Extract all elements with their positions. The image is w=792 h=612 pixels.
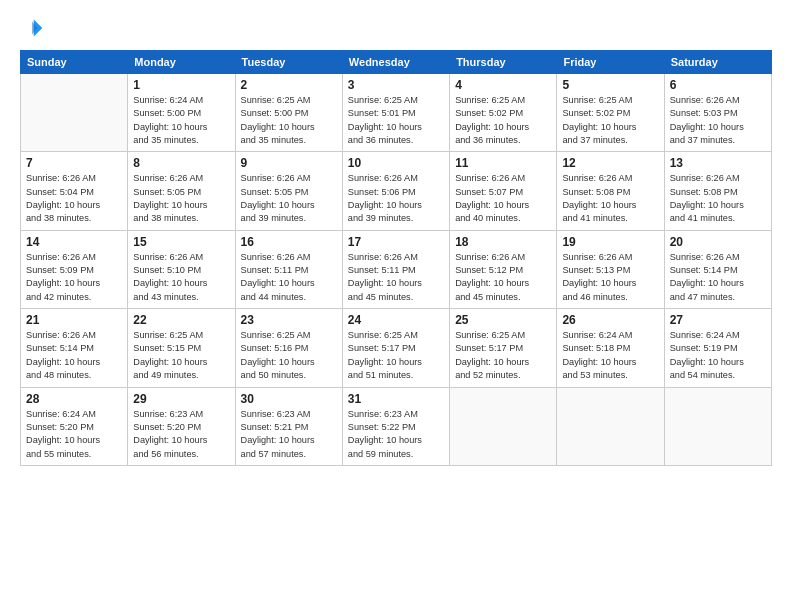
- day-info: Sunrise: 6:23 AM Sunset: 5:22 PM Dayligh…: [348, 408, 444, 461]
- day-cell: 6Sunrise: 6:26 AM Sunset: 5:03 PM Daylig…: [664, 74, 771, 152]
- page: SundayMondayTuesdayWednesdayThursdayFrid…: [0, 0, 792, 612]
- day-cell: [450, 387, 557, 465]
- day-cell: 13Sunrise: 6:26 AM Sunset: 5:08 PM Dayli…: [664, 152, 771, 230]
- day-number: 30: [241, 392, 337, 406]
- day-cell: 7Sunrise: 6:26 AM Sunset: 5:04 PM Daylig…: [21, 152, 128, 230]
- day-cell: 23Sunrise: 6:25 AM Sunset: 5:16 PM Dayli…: [235, 309, 342, 387]
- day-cell: 29Sunrise: 6:23 AM Sunset: 5:20 PM Dayli…: [128, 387, 235, 465]
- day-info: Sunrise: 6:26 AM Sunset: 5:11 PM Dayligh…: [241, 251, 337, 304]
- day-number: 12: [562, 156, 658, 170]
- day-number: 6: [670, 78, 766, 92]
- day-info: Sunrise: 6:25 AM Sunset: 5:00 PM Dayligh…: [241, 94, 337, 147]
- day-cell: 4Sunrise: 6:25 AM Sunset: 5:02 PM Daylig…: [450, 74, 557, 152]
- day-cell: 31Sunrise: 6:23 AM Sunset: 5:22 PM Dayli…: [342, 387, 449, 465]
- day-cell: 30Sunrise: 6:23 AM Sunset: 5:21 PM Dayli…: [235, 387, 342, 465]
- day-info: Sunrise: 6:26 AM Sunset: 5:03 PM Dayligh…: [670, 94, 766, 147]
- day-info: Sunrise: 6:25 AM Sunset: 5:15 PM Dayligh…: [133, 329, 229, 382]
- header-cell-tuesday: Tuesday: [235, 51, 342, 74]
- day-cell: 2Sunrise: 6:25 AM Sunset: 5:00 PM Daylig…: [235, 74, 342, 152]
- day-cell: 22Sunrise: 6:25 AM Sunset: 5:15 PM Dayli…: [128, 309, 235, 387]
- day-number: 1: [133, 78, 229, 92]
- day-cell: 12Sunrise: 6:26 AM Sunset: 5:08 PM Dayli…: [557, 152, 664, 230]
- day-cell: 5Sunrise: 6:25 AM Sunset: 5:02 PM Daylig…: [557, 74, 664, 152]
- header-cell-wednesday: Wednesday: [342, 51, 449, 74]
- day-info: Sunrise: 6:26 AM Sunset: 5:14 PM Dayligh…: [670, 251, 766, 304]
- day-number: 7: [26, 156, 122, 170]
- day-info: Sunrise: 6:26 AM Sunset: 5:05 PM Dayligh…: [133, 172, 229, 225]
- day-cell: 26Sunrise: 6:24 AM Sunset: 5:18 PM Dayli…: [557, 309, 664, 387]
- day-number: 9: [241, 156, 337, 170]
- day-number: 29: [133, 392, 229, 406]
- day-cell: 14Sunrise: 6:26 AM Sunset: 5:09 PM Dayli…: [21, 230, 128, 308]
- day-cell: 17Sunrise: 6:26 AM Sunset: 5:11 PM Dayli…: [342, 230, 449, 308]
- day-number: 17: [348, 235, 444, 249]
- day-cell: 20Sunrise: 6:26 AM Sunset: 5:14 PM Dayli…: [664, 230, 771, 308]
- day-cell: 28Sunrise: 6:24 AM Sunset: 5:20 PM Dayli…: [21, 387, 128, 465]
- day-info: Sunrise: 6:25 AM Sunset: 5:16 PM Dayligh…: [241, 329, 337, 382]
- day-cell: 27Sunrise: 6:24 AM Sunset: 5:19 PM Dayli…: [664, 309, 771, 387]
- day-cell: 25Sunrise: 6:25 AM Sunset: 5:17 PM Dayli…: [450, 309, 557, 387]
- day-number: 31: [348, 392, 444, 406]
- week-row-2: 14Sunrise: 6:26 AM Sunset: 5:09 PM Dayli…: [21, 230, 772, 308]
- day-info: Sunrise: 6:25 AM Sunset: 5:17 PM Dayligh…: [348, 329, 444, 382]
- day-number: 8: [133, 156, 229, 170]
- day-number: 24: [348, 313, 444, 327]
- day-info: Sunrise: 6:26 AM Sunset: 5:10 PM Dayligh…: [133, 251, 229, 304]
- day-cell: [557, 387, 664, 465]
- day-number: 20: [670, 235, 766, 249]
- header-cell-saturday: Saturday: [664, 51, 771, 74]
- day-cell: 9Sunrise: 6:26 AM Sunset: 5:05 PM Daylig…: [235, 152, 342, 230]
- day-cell: [664, 387, 771, 465]
- day-info: Sunrise: 6:25 AM Sunset: 5:17 PM Dayligh…: [455, 329, 551, 382]
- day-info: Sunrise: 6:26 AM Sunset: 5:07 PM Dayligh…: [455, 172, 551, 225]
- day-cell: 11Sunrise: 6:26 AM Sunset: 5:07 PM Dayli…: [450, 152, 557, 230]
- week-row-3: 21Sunrise: 6:26 AM Sunset: 5:14 PM Dayli…: [21, 309, 772, 387]
- calendar-header: SundayMondayTuesdayWednesdayThursdayFrid…: [21, 51, 772, 74]
- day-info: Sunrise: 6:25 AM Sunset: 5:02 PM Dayligh…: [562, 94, 658, 147]
- day-info: Sunrise: 6:24 AM Sunset: 5:18 PM Dayligh…: [562, 329, 658, 382]
- header-row: SundayMondayTuesdayWednesdayThursdayFrid…: [21, 51, 772, 74]
- day-cell: 3Sunrise: 6:25 AM Sunset: 5:01 PM Daylig…: [342, 74, 449, 152]
- calendar-table: SundayMondayTuesdayWednesdayThursdayFrid…: [20, 50, 772, 466]
- day-info: Sunrise: 6:24 AM Sunset: 5:00 PM Dayligh…: [133, 94, 229, 147]
- day-info: Sunrise: 6:26 AM Sunset: 5:13 PM Dayligh…: [562, 251, 658, 304]
- day-number: 22: [133, 313, 229, 327]
- day-info: Sunrise: 6:25 AM Sunset: 5:01 PM Dayligh…: [348, 94, 444, 147]
- day-info: Sunrise: 6:24 AM Sunset: 5:20 PM Dayligh…: [26, 408, 122, 461]
- day-number: 21: [26, 313, 122, 327]
- day-number: 14: [26, 235, 122, 249]
- day-cell: 8Sunrise: 6:26 AM Sunset: 5:05 PM Daylig…: [128, 152, 235, 230]
- week-row-1: 7Sunrise: 6:26 AM Sunset: 5:04 PM Daylig…: [21, 152, 772, 230]
- day-info: Sunrise: 6:26 AM Sunset: 5:08 PM Dayligh…: [562, 172, 658, 225]
- day-number: 23: [241, 313, 337, 327]
- day-number: 18: [455, 235, 551, 249]
- day-cell: 16Sunrise: 6:26 AM Sunset: 5:11 PM Dayli…: [235, 230, 342, 308]
- header-cell-sunday: Sunday: [21, 51, 128, 74]
- day-info: Sunrise: 6:25 AM Sunset: 5:02 PM Dayligh…: [455, 94, 551, 147]
- day-cell: 18Sunrise: 6:26 AM Sunset: 5:12 PM Dayli…: [450, 230, 557, 308]
- logo-icon: [20, 16, 44, 40]
- day-info: Sunrise: 6:26 AM Sunset: 5:04 PM Dayligh…: [26, 172, 122, 225]
- day-number: 15: [133, 235, 229, 249]
- day-number: 5: [562, 78, 658, 92]
- day-number: 28: [26, 392, 122, 406]
- day-number: 25: [455, 313, 551, 327]
- day-cell: 24Sunrise: 6:25 AM Sunset: 5:17 PM Dayli…: [342, 309, 449, 387]
- day-cell: 21Sunrise: 6:26 AM Sunset: 5:14 PM Dayli…: [21, 309, 128, 387]
- day-info: Sunrise: 6:23 AM Sunset: 5:20 PM Dayligh…: [133, 408, 229, 461]
- day-cell: 15Sunrise: 6:26 AM Sunset: 5:10 PM Dayli…: [128, 230, 235, 308]
- day-info: Sunrise: 6:26 AM Sunset: 5:12 PM Dayligh…: [455, 251, 551, 304]
- header-cell-friday: Friday: [557, 51, 664, 74]
- day-cell: 19Sunrise: 6:26 AM Sunset: 5:13 PM Dayli…: [557, 230, 664, 308]
- day-cell: 1Sunrise: 6:24 AM Sunset: 5:00 PM Daylig…: [128, 74, 235, 152]
- day-number: 2: [241, 78, 337, 92]
- header: [20, 16, 772, 40]
- logo: [20, 16, 48, 40]
- day-info: Sunrise: 6:23 AM Sunset: 5:21 PM Dayligh…: [241, 408, 337, 461]
- day-number: 16: [241, 235, 337, 249]
- header-cell-monday: Monday: [128, 51, 235, 74]
- day-info: Sunrise: 6:26 AM Sunset: 5:11 PM Dayligh…: [348, 251, 444, 304]
- day-number: 19: [562, 235, 658, 249]
- day-number: 10: [348, 156, 444, 170]
- day-number: 11: [455, 156, 551, 170]
